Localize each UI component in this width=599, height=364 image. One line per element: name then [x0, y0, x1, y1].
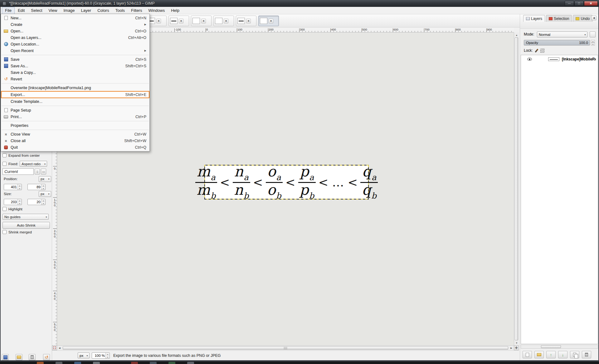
- expand-from-center-checkbox[interactable]: [2, 153, 7, 157]
- horizontal-scroll-thumb[interactable]: [63, 346, 508, 350]
- reset-tool-options-button[interactable]: [43, 354, 50, 360]
- menu-item-open[interactable]: Open... Ctrl+O: [1, 28, 149, 34]
- menu-item-properties[interactable]: Properties: [1, 122, 149, 129]
- menu-item-open-location[interactable]: Open Location...: [1, 41, 149, 47]
- scroll-right-icon[interactable]: ▶: [509, 346, 514, 351]
- menu-item-overwrite[interactable]: Overwrite [Inkscape]MobileReadFormula1.p…: [1, 84, 149, 91]
- new-layer-button[interactable]: [523, 351, 532, 358]
- scroll-up-icon[interactable]: ▲: [514, 32, 519, 37]
- fixed-mode-select[interactable]: Aspect ratio: [20, 161, 47, 167]
- guides-select[interactable]: No guides: [2, 214, 49, 220]
- tab-layers[interactable]: Layers: [523, 15, 545, 22]
- zoom-input[interactable]: [92, 353, 105, 358]
- lock-alpha-icon[interactable]: [540, 49, 544, 53]
- menu-view[interactable]: View: [46, 7, 61, 14]
- layer-name[interactable]: [Inkscape]MobileReadForm: [562, 57, 596, 61]
- spin-up-icon[interactable]: ▲: [18, 184, 22, 187]
- position-y-spinbox[interactable]: ▲▼: [27, 184, 46, 190]
- menu-select[interactable]: Select: [28, 7, 45, 14]
- taskbar-item[interactable]: [74, 362, 81, 364]
- taskbar-item[interactable]: [131, 362, 138, 364]
- size-width-spinbox[interactable]: ▲▼: [4, 199, 22, 205]
- spin-up-icon[interactable]: ▲: [41, 199, 45, 202]
- menu-item-close-all[interactable]: Close all Shift+Ctrl+W: [1, 137, 149, 144]
- spin-down-icon[interactable]: ▼: [18, 187, 22, 190]
- position-x-spinbox[interactable]: ▲▼: [4, 184, 22, 190]
- close-tab-button[interactable]: ✖: [179, 19, 183, 23]
- menu-item-open-recent[interactable]: Open Recent ▶: [1, 47, 149, 54]
- menu-item-open-as-layers[interactable]: Open as Layers... Ctrl+Alt+O: [1, 34, 149, 41]
- delete-tool-preset-button[interactable]: [29, 354, 36, 360]
- menu-tools[interactable]: Tools: [112, 7, 128, 14]
- vertical-scroll-thumb[interactable]: [515, 37, 518, 340]
- menu-item-save[interactable]: Save Ctrl+S: [1, 56, 149, 63]
- zoom-spinbox[interactable]: ▲▼: [92, 352, 110, 359]
- menu-item-page-setup[interactable]: Page Setup: [1, 107, 149, 113]
- menu-item-revert[interactable]: Revert: [1, 76, 149, 82]
- spin-down-icon[interactable]: ▼: [41, 202, 45, 205]
- mode-options-button[interactable]: [590, 31, 596, 37]
- menu-item-create-template[interactable]: Create Template...: [1, 98, 149, 105]
- image-tab[interactable]: ✖: [236, 16, 256, 26]
- size-unit-select[interactable]: px: [39, 191, 51, 197]
- spin-up-icon[interactable]: ▲: [106, 353, 110, 356]
- save-tool-preset-button[interactable]: [2, 354, 9, 360]
- menu-file[interactable]: File: [2, 7, 15, 14]
- tab-selection[interactable]: Selection: [546, 15, 572, 22]
- spin-down-icon[interactable]: ▼: [41, 187, 45, 190]
- taskbar-item[interactable]: [150, 362, 157, 364]
- taskbar-item[interactable]: [93, 362, 100, 364]
- landscape-toggle-button[interactable]: ▭: [41, 169, 46, 175]
- delete-layer-button[interactable]: [582, 351, 591, 358]
- raise-layer-button[interactable]: ↑: [546, 351, 556, 358]
- image-tab[interactable]: ✖: [191, 16, 212, 26]
- menu-item-save-a-copy[interactable]: Save a Copy...: [1, 69, 149, 76]
- close-tab-button[interactable]: ✖: [201, 19, 206, 23]
- fixed-checkbox[interactable]: [2, 162, 7, 166]
- menu-item-new[interactable]: New... Ctrl+N: [1, 15, 149, 21]
- menu-item-export[interactable]: Export... Shift+Ctrl+E: [1, 91, 149, 98]
- image-tab[interactable]: ✖: [168, 16, 189, 26]
- restore-tool-preset-button[interactable]: [16, 354, 22, 360]
- taskbar-item[interactable]: [37, 362, 44, 364]
- spin-up-icon[interactable]: ▲: [591, 40, 595, 43]
- size-width-input[interactable]: [4, 199, 17, 205]
- layer-mode-select[interactable]: Normal: [537, 31, 587, 37]
- shrink-merged-checkbox[interactable]: [2, 230, 7, 234]
- new-group-button[interactable]: [534, 351, 544, 358]
- horizontal-scrollbar[interactable]: ◀ ▶: [57, 345, 514, 350]
- close-tab-button[interactable]: ✖: [156, 19, 161, 23]
- menu-windows[interactable]: Windows: [145, 7, 168, 14]
- opacity-bar[interactable]: Opacity 100.0: [524, 40, 590, 46]
- menu-help[interactable]: Help: [168, 7, 183, 14]
- menu-item-close-view[interactable]: Close View Ctrl+W: [1, 131, 149, 137]
- menu-item-print[interactable]: Print... Ctrl+P: [1, 113, 149, 120]
- opacity-slider[interactable]: Opacity 100.0 ▲▼: [524, 40, 595, 46]
- position-y-input[interactable]: [28, 184, 41, 190]
- spin-down-icon[interactable]: ▼: [106, 356, 110, 358]
- position-unit-select[interactable]: px: [39, 176, 51, 182]
- position-x-input[interactable]: [4, 184, 17, 190]
- duplicate-layer-button[interactable]: [570, 351, 579, 358]
- scroll-down-icon[interactable]: ▼: [514, 340, 519, 345]
- taskbar-item[interactable]: [56, 362, 62, 364]
- layer-list-scrollbar[interactable]: [521, 345, 598, 349]
- taskbar-item[interactable]: [187, 362, 194, 364]
- menu-edit[interactable]: Edit: [15, 7, 28, 14]
- quick-mask-toggle[interactable]: [52, 345, 57, 350]
- spin-down-icon[interactable]: ▼: [18, 202, 22, 205]
- minimize-button[interactable]: —: [565, 1, 574, 6]
- menu-item-create[interactable]: Create ▶: [1, 21, 149, 28]
- menu-filters[interactable]: Filters: [128, 7, 145, 14]
- spin-down-icon[interactable]: ▼: [591, 43, 595, 46]
- unit-select[interactable]: px: [78, 352, 90, 358]
- navigation-button[interactable]: ✛: [514, 345, 519, 350]
- taskbar-item[interactable]: [168, 362, 175, 364]
- size-height-input[interactable]: [28, 199, 41, 205]
- menu-colors[interactable]: Colors: [94, 7, 112, 14]
- close-button[interactable]: ✖: [584, 1, 598, 6]
- visibility-eye-icon[interactable]: [527, 58, 532, 61]
- layer-row[interactable]: [Inkscape]MobileReadForm: [521, 55, 598, 63]
- lower-layer-button[interactable]: ↓: [558, 351, 567, 358]
- menu-item-quit[interactable]: Quit Ctrl+Q: [1, 144, 149, 151]
